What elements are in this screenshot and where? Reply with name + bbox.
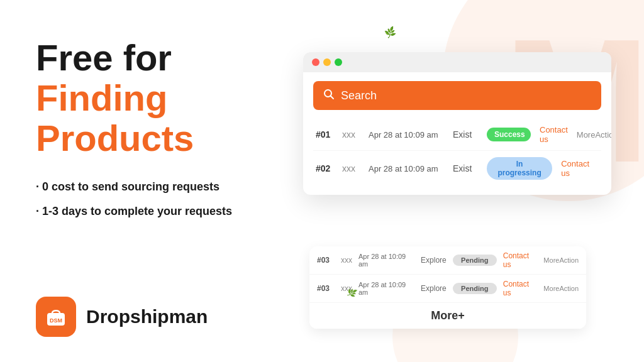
small-contact-2[interactable]: Contact us [503, 280, 538, 297]
right-panel: Search #01 xxx Apr 28 at 10:09 am Exist … [289, 0, 644, 362]
row-date: Apr 28 at 10:09 am [369, 130, 444, 140]
row-id-2: #02 [316, 163, 333, 173]
browser-stack: Search #01 xxx Apr 28 at 10:09 am Exist … [303, 27, 630, 335]
contact-us-button-2[interactable]: Contact us [561, 159, 599, 178]
leaf-decoration-top: 🌿 [384, 26, 397, 39]
small-badge-pending-1: Pending [453, 255, 497, 266]
row-xxx: xxx [342, 129, 360, 140]
row-type: Exist [453, 129, 478, 140]
dot-red [312, 58, 319, 66]
headline-finding: Finding Products [36, 78, 258, 158]
small-row-1: #03 xxx Apr 28 at 10:09 am Explore Pendi… [309, 246, 586, 275]
search-bar[interactable]: Search [313, 81, 601, 110]
status-badge-success: Success [487, 128, 531, 141]
row-id: #01 [316, 129, 333, 140]
dot-green [335, 58, 342, 66]
features-section: · 0 cost to send sourcing requests · 1-3… [36, 180, 258, 218]
small-row-id-2: #03 [317, 284, 335, 293]
brand-logo: DSM [36, 297, 76, 337]
small-row-xxx-1: xxx [341, 256, 352, 265]
small-more-2[interactable]: MoreAction [543, 285, 579, 292]
dot-yellow [323, 58, 331, 66]
more-plus-label[interactable]: More+ [309, 303, 586, 329]
small-row-date-1: Apr 28 at 10:09 am [358, 253, 414, 268]
table-row: #02 xxx Apr 28 at 10:09 am Exist In prog… [313, 151, 601, 186]
small-contact-1[interactable]: Contact us [503, 251, 538, 269]
small-row-type-1: Explore [421, 256, 447, 265]
status-badge-inprogress: In progressing [487, 157, 552, 180]
feature-item-2: · 1-3 days to complete your requests [36, 205, 258, 218]
dsm-logo-icon: DSM [44, 305, 68, 329]
table-row: #01 xxx Apr 28 at 10:09 am Exist Success… [313, 119, 601, 151]
small-row-type-2: Explore [421, 284, 447, 293]
more-action-1[interactable]: MoreAction [577, 130, 611, 140]
row-date-2: Apr 28 at 10:09 am [369, 164, 444, 173]
small-badge-pending-2: Pending [453, 283, 497, 294]
browser-titlebar-front [303, 52, 611, 72]
headline-section: Free for Finding Products · 0 cost to se… [36, 38, 258, 229]
brand-section: DSM Dropshipman [36, 297, 258, 337]
headline-free: Free for [36, 38, 258, 78]
row-type-2: Exist [453, 163, 478, 173]
row-xxx-2: xxx [342, 163, 360, 173]
svg-text:DSM: DSM [50, 317, 62, 324]
small-row-id-1: #03 [317, 256, 335, 265]
left-panel: Free for Finding Products · 0 cost to se… [0, 0, 289, 362]
brand-name: Dropshipman [86, 306, 208, 327]
svg-line-3 [331, 96, 334, 99]
browser-content-front: Search #01 xxx Apr 28 at 10:09 am Exist … [303, 72, 611, 195]
contact-us-button-1[interactable]: Contact us [540, 125, 568, 144]
browser-card-front: Search #01 xxx Apr 28 at 10:09 am Exist … [303, 52, 611, 195]
small-more-1[interactable]: MoreAction [543, 256, 579, 264]
search-text: Search [341, 89, 377, 102]
small-row-date-2: Apr 28 at 10:09 am [358, 281, 414, 296]
feature-item-1: · 0 cost to send sourcing requests [36, 180, 258, 194]
search-icon [323, 89, 335, 102]
